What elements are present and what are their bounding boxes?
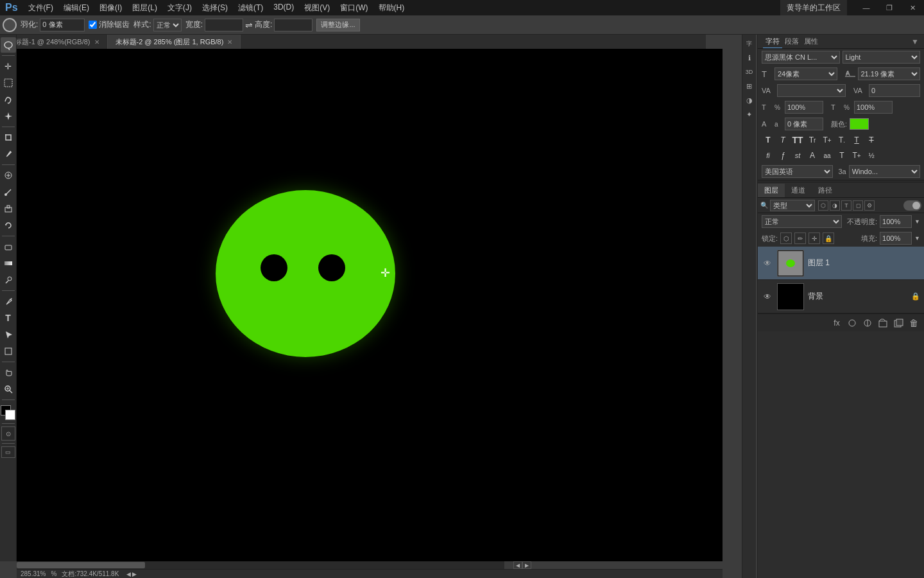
tab-close-0[interactable]: ✕ [94, 39, 99, 46]
style-select[interactable]: 正常 [153, 19, 182, 31]
lock-all-btn[interactable]: 🔒 [823, 232, 834, 244]
right-icon-char[interactable]: 字 [743, 37, 756, 50]
layer-row-0[interactable]: 👁 图层 1 [758, 247, 924, 280]
font-family-select[interactable]: 思源黑体 CN L... [762, 51, 840, 64]
font-size-select[interactable]: 24像素 [774, 67, 837, 80]
fi-btn-aa[interactable]: aa [821, 149, 834, 162]
tab-close-1[interactable]: ✕ [227, 39, 232, 46]
leading-select[interactable]: 21.19 像素 [858, 67, 921, 80]
eraser-btn[interactable] [1, 239, 16, 254]
right-icon-3d[interactable]: 3D [743, 66, 756, 78]
fi-btn-st[interactable]: st [791, 149, 804, 162]
tab-paragraph[interactable]: 段落 [782, 35, 801, 48]
scroll-left-btn[interactable]: ◀ [513, 561, 522, 569]
scroll-right-btn[interactable]: ▶ [522, 561, 531, 569]
anti-alias-checkbox[interactable] [89, 21, 97, 29]
lasso-tool-btn[interactable] [1, 37, 16, 53]
history-btn[interactable] [1, 218, 16, 233]
fi-btn-T2[interactable]: T [835, 149, 848, 162]
brush-btn[interactable] [1, 184, 16, 200]
menu-file[interactable]: 文件(F) [23, 1, 58, 15]
eyedropper-btn[interactable] [1, 146, 16, 162]
minimize-button[interactable]: — [855, 0, 878, 15]
filter-smart-icon[interactable]: ⚙ [864, 200, 875, 211]
layer-style-btn[interactable]: fx [830, 317, 843, 329]
menu-3d[interactable]: 3D(D) [268, 1, 299, 15]
style-btn-Tc[interactable]: T [850, 134, 863, 146]
layer-row-1[interactable]: 👁 背景 🔒 [758, 280, 924, 313]
scale-v-input[interactable] [854, 101, 893, 114]
font-style-select[interactable]: Light [843, 51, 921, 64]
lock-position-btn[interactable]: ✛ [809, 232, 820, 244]
style-btn-T[interactable]: T [762, 134, 774, 146]
style-btn-Ti[interactable]: T [776, 134, 789, 146]
hand-btn[interactable] [1, 365, 16, 380]
delete-layer-btn[interactable]: 🗑 [907, 317, 920, 329]
baseline-input[interactable] [785, 118, 823, 130]
shape-btn[interactable] [1, 344, 16, 359]
healing-btn[interactable] [1, 168, 16, 183]
marquee-tool-btn[interactable] [1, 75, 16, 91]
fill-dropdown-icon[interactable]: ▼ [914, 235, 920, 241]
right-icon-adjust[interactable]: ◑ [743, 94, 756, 107]
fi-btn-half[interactable]: ½ [865, 149, 878, 162]
char-panel-collapse[interactable]: ▼ [911, 37, 919, 46]
blend-mode-select[interactable]: 正常 [762, 215, 842, 228]
style-btn-Ts[interactable]: T [865, 134, 878, 146]
opacity-dropdown-icon[interactable]: ▼ [914, 218, 920, 225]
prev-btn[interactable]: ◀ [126, 571, 131, 577]
close-button[interactable]: ✕ [901, 0, 924, 15]
menu-image[interactable]: 图像(I) [94, 1, 127, 15]
fi-btn-Tp2[interactable]: T+ [850, 149, 863, 162]
menu-window[interactable]: 窗口(W) [335, 1, 373, 15]
magic-wand-btn[interactable] [1, 109, 16, 124]
style-btn-Td[interactable]: T. [835, 134, 848, 146]
fi-btn-fi[interactable]: fi [762, 149, 774, 162]
gradient-btn[interactable] [1, 256, 16, 271]
right-icon-style[interactable]: ✦ [743, 108, 756, 121]
menu-layer[interactable]: 图层(L) [127, 1, 162, 15]
tab-properties[interactable]: 属性 [801, 35, 821, 48]
layer-mask-btn[interactable] [846, 317, 859, 329]
right-icon-layer[interactable]: ⊞ [743, 80, 756, 92]
menu-view[interactable]: 视图(V) [299, 1, 335, 15]
tab-1[interactable]: 未标题-2 @ 285% (图层 1, RGB/8) ✕ [108, 35, 241, 49]
fi-btn-A[interactable]: A [806, 149, 819, 162]
new-layer-btn[interactable] [892, 317, 905, 329]
text-btn[interactable]: T [1, 310, 16, 326]
right-icon-info[interactable]: ℹ [743, 51, 756, 64]
kerning-input[interactable] [869, 84, 920, 97]
layer-1-visibility[interactable]: 👁 [762, 291, 773, 302]
language-select[interactable]: 美国英语 [762, 165, 833, 178]
swap-icon[interactable]: ⇌ [245, 20, 253, 30]
menu-select[interactable]: 选择(S) [197, 1, 233, 15]
layer-group-btn[interactable] [877, 317, 889, 329]
aa-method-select[interactable]: Windo... [849, 165, 920, 178]
maximize-button[interactable]: ❐ [878, 0, 901, 15]
move-tool-btn[interactable]: ✛ [1, 58, 16, 74]
layer-0-visibility[interactable]: 👁 [762, 258, 773, 269]
menu-edit[interactable]: 编辑(E) [58, 1, 94, 15]
menu-filter[interactable]: 滤镜(T) [233, 1, 268, 15]
fill-input[interactable] [880, 232, 912, 245]
width-input[interactable] [205, 19, 243, 31]
height-input[interactable] [274, 19, 312, 31]
tab-character[interactable]: 字符 [763, 35, 782, 48]
style-btn-Tr[interactable]: Tr [806, 134, 819, 146]
pen-btn[interactable] [1, 293, 16, 309]
screen-mode-btn[interactable]: ▭ [1, 446, 15, 458]
tracking-select[interactable] [777, 84, 846, 97]
menu-help[interactable]: 帮助(H) [373, 1, 410, 15]
adjust-edge-button[interactable]: 调整边缘... [316, 19, 359, 31]
fi-btn-f[interactable]: ƒ [776, 149, 789, 162]
text-color-swatch[interactable] [850, 118, 869, 130]
filter-text-icon[interactable]: T [841, 200, 851, 211]
canvas-content[interactable]: ✛ [17, 49, 723, 561]
horizontal-scrollbar[interactable] [17, 561, 504, 569]
style-btn-Tp[interactable]: T+ [821, 134, 834, 146]
dodge-btn[interactable] [1, 272, 16, 288]
zoom-btn[interactable] [1, 381, 16, 397]
style-btn-TT[interactable]: TT [791, 134, 804, 146]
next-btn[interactable]: ▶ [132, 571, 137, 577]
layer-filter-select[interactable]: 类型 [770, 200, 815, 211]
